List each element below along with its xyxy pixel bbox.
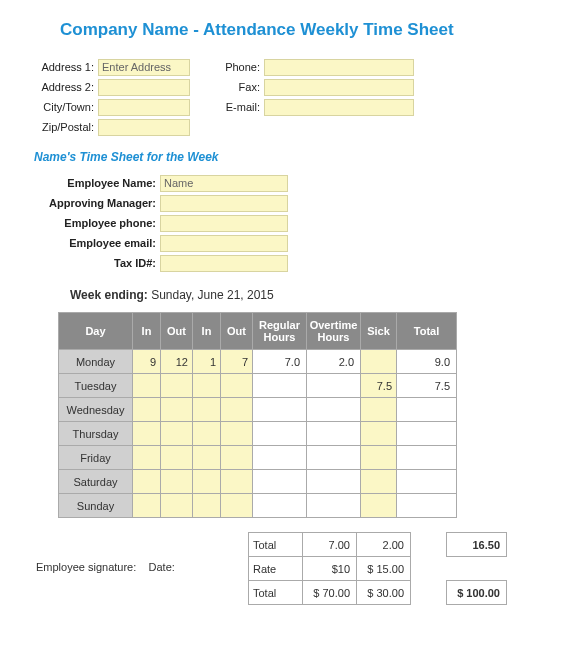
in1-cell[interactable]: 9 [133,350,161,374]
in1-cell[interactable] [133,494,161,518]
sum-reg-rate: $10 [303,557,357,581]
total-cell [397,422,457,446]
sick-cell[interactable] [361,446,397,470]
sick-cell[interactable] [361,494,397,518]
out1-cell[interactable] [161,398,193,422]
out2-cell[interactable] [221,446,253,470]
date-label: Date: [149,561,175,573]
emp-phone-label: Employee phone: [40,217,160,229]
sick-cell[interactable] [361,470,397,494]
in2-cell[interactable] [193,494,221,518]
ot-cell [307,398,361,422]
sick-cell[interactable] [361,350,397,374]
zip-input[interactable] [98,119,190,136]
in1-cell[interactable] [133,470,161,494]
out1-cell[interactable] [161,422,193,446]
out2-cell[interactable] [221,470,253,494]
day-cell: Friday [59,446,133,470]
reg-cell [253,494,307,518]
out1-cell[interactable] [161,470,193,494]
emp-tax-input[interactable] [160,255,288,272]
reg-cell [253,398,307,422]
total-cell: 9.0 [397,350,457,374]
emp-phone-input[interactable] [160,215,288,232]
in2-cell[interactable] [193,470,221,494]
in2-cell[interactable] [193,446,221,470]
page-title: Company Name - Attendance Weekly Time Sh… [60,20,550,40]
total-cell: 7.5 [397,374,457,398]
ot-cell [307,494,361,518]
week-ending: Week ending: Sunday, June 21, 2015 [70,288,550,302]
day-cell: Thursday [59,422,133,446]
emp-name-label: Employee Name: [40,177,160,189]
table-row: Saturday [59,470,457,494]
sum-pay-label: Total [249,581,303,605]
th-out2: Out [221,313,253,350]
phone-label: Phone: [220,61,264,73]
day-cell: Saturday [59,470,133,494]
addr2-label: Address 2: [30,81,98,93]
out2-cell[interactable] [221,398,253,422]
fax-input[interactable] [264,79,414,96]
emp-manager-label: Approving Manager: [40,197,160,209]
day-cell: Tuesday [59,374,133,398]
in1-cell[interactable] [133,446,161,470]
sum-total-label: Total [249,533,303,557]
addr1-label: Address 1: [30,61,98,73]
day-cell: Wednesday [59,398,133,422]
emp-email-input[interactable] [160,235,288,252]
th-in2: In [193,313,221,350]
sum-spacer3 [447,557,507,581]
in1-cell[interactable] [133,398,161,422]
phone-input[interactable] [264,59,414,76]
employee-block: Employee Name:Name Approving Manager: Em… [40,174,550,272]
week-ending-label: Week ending: [70,288,148,302]
out1-cell[interactable] [161,494,193,518]
out1-cell[interactable] [161,446,193,470]
table-row: Tuesday7.57.5 [59,374,457,398]
addr2-input[interactable] [98,79,190,96]
in2-cell[interactable] [193,398,221,422]
emp-manager-input[interactable] [160,195,288,212]
in1-cell[interactable] [133,374,161,398]
city-input[interactable] [98,99,190,116]
city-label: City/Town: [30,101,98,113]
out2-cell[interactable] [221,422,253,446]
in2-cell[interactable]: 1 [193,350,221,374]
sick-cell[interactable] [361,398,397,422]
signature-label: Employee signature: [36,561,136,573]
sum-spacer2 [411,557,447,581]
th-reg: Regular Hours [253,313,307,350]
emp-name-input[interactable]: Name [160,175,288,192]
th-day: Day [59,313,133,350]
sum-ot-pay: $ 30.00 [357,581,411,605]
week-ending-value: Sunday, June 21, 2015 [151,288,274,302]
reg-cell [253,446,307,470]
in1-cell[interactable] [133,422,161,446]
sum-grand-pay: $ 100.00 [447,581,507,605]
day-cell: Sunday [59,494,133,518]
address-block: Address 1:Enter Address Address 2: City/… [30,58,550,136]
signature-line: Employee signature: Date: [30,561,248,573]
th-total: Total [397,313,457,350]
out2-cell[interactable] [221,374,253,398]
sum-reg-total: 7.00 [303,533,357,557]
out2-cell[interactable]: 7 [221,350,253,374]
table-row: Friday [59,446,457,470]
sick-cell[interactable]: 7.5 [361,374,397,398]
day-cell: Monday [59,350,133,374]
zip-label: Zip/Postal: [30,121,98,133]
out2-cell[interactable] [221,494,253,518]
sum-ot-rate: $ 15.00 [357,557,411,581]
sick-cell[interactable] [361,422,397,446]
reg-cell [253,470,307,494]
ot-cell [307,446,361,470]
table-row: Sunday [59,494,457,518]
out1-cell[interactable]: 12 [161,350,193,374]
in2-cell[interactable] [193,374,221,398]
addr1-input[interactable]: Enter Address [98,59,190,76]
out1-cell[interactable] [161,374,193,398]
email-input[interactable] [264,99,414,116]
sum-rate-label: Rate [249,557,303,581]
in2-cell[interactable] [193,422,221,446]
